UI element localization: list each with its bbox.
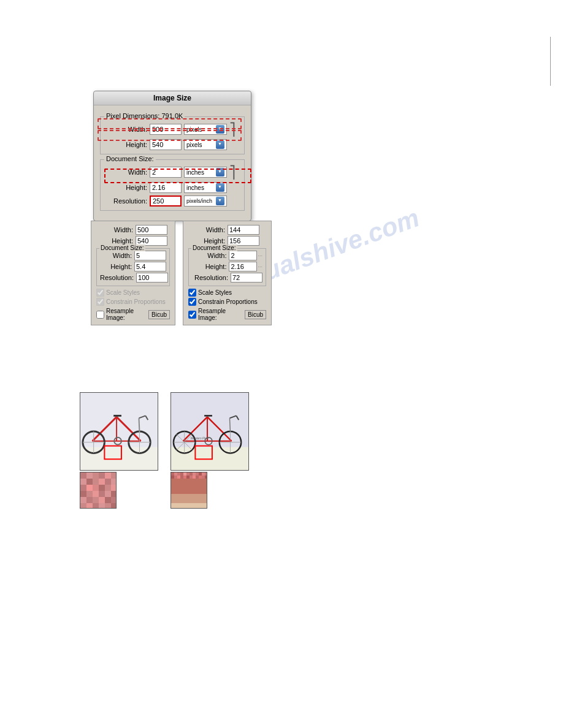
svg-rect-54 xyxy=(111,503,117,509)
resolution-unit-arrow xyxy=(216,197,224,205)
resolution-input[interactable] xyxy=(150,195,182,207)
svg-rect-77 xyxy=(171,472,174,476)
left-comparison-panel: Width: Height: Document Size: Width: Hei… xyxy=(91,221,175,325)
document-size-group: Document Size: Width: inches ⎤ Height: i… xyxy=(100,159,245,211)
svg-rect-19 xyxy=(80,472,86,479)
right-resolution-input[interactable] xyxy=(231,273,262,282)
left-resample-checkbox[interactable] xyxy=(96,311,104,319)
svg-rect-48 xyxy=(111,497,117,503)
right-resample-row: Resample Image: Bicub xyxy=(188,308,266,321)
doc-height-unit-select[interactable]: inches xyxy=(184,182,227,193)
svg-rect-102 xyxy=(171,503,207,509)
pixel-width-label: Width: xyxy=(104,126,147,133)
svg-rect-45 xyxy=(93,497,99,503)
svg-rect-28 xyxy=(99,479,105,485)
svg-rect-40 xyxy=(99,491,105,497)
left-doc-height-input[interactable] xyxy=(134,262,166,271)
pixel-width-unit-select[interactable]: pixels xyxy=(184,124,227,135)
svg-rect-42 xyxy=(111,491,117,497)
left-doc-width-input[interactable] xyxy=(134,251,166,260)
left-resolution-row: Resolution: xyxy=(100,273,166,282)
svg-rect-84 xyxy=(193,472,196,476)
left-doc-width-row: Width: xyxy=(100,251,166,260)
left-bicub-button[interactable]: Bicub xyxy=(148,310,170,319)
svg-rect-78 xyxy=(174,472,177,476)
svg-rect-50 xyxy=(86,503,93,509)
svg-rect-44 xyxy=(86,497,93,503)
svg-rect-51 xyxy=(93,503,99,509)
pixel-height-row: Height: pixels xyxy=(104,139,240,150)
right-doc-height-input[interactable] xyxy=(229,262,257,271)
left-resolution-input[interactable] xyxy=(136,273,168,282)
svg-rect-23 xyxy=(105,472,111,479)
right-doc-height-label: Height: xyxy=(192,263,226,270)
left-resolution-label: Resolution: xyxy=(100,274,134,281)
pixel-dimensions-group: Pixel Dimensions: 791.0K Width: pixels ⎤… xyxy=(100,116,245,154)
link-icon-doc: ⎤ xyxy=(229,165,236,180)
right-scale-styles-label: Scale Styles xyxy=(198,289,232,296)
svg-rect-93 xyxy=(183,476,186,479)
svg-rect-97 xyxy=(196,476,199,479)
doc-height-input[interactable] xyxy=(150,182,182,193)
svg-rect-82 xyxy=(186,472,190,476)
right-resample-checkbox[interactable] xyxy=(188,311,196,319)
image-size-dialog: Image Size Pixel Dimensions: 791.0K Widt… xyxy=(93,91,251,221)
svg-rect-38 xyxy=(86,491,93,497)
svg-rect-41 xyxy=(105,491,111,497)
doc-height-unit-label: inches xyxy=(186,184,204,191)
svg-rect-32 xyxy=(86,485,93,491)
right-doc-width-row: Width: ··· xyxy=(192,251,262,260)
pixel-width-unit-label: pixels xyxy=(186,126,202,133)
right-border-line xyxy=(550,37,551,86)
svg-rect-20 xyxy=(86,472,93,479)
right-pixel-width-input[interactable] xyxy=(228,225,259,235)
svg-rect-86 xyxy=(199,472,202,476)
link-icon-pixels: ⎤ xyxy=(229,122,236,137)
right-doc-width-input[interactable] xyxy=(229,251,257,260)
svg-rect-36 xyxy=(111,485,117,491)
left-scale-styles-label: Scale Styles xyxy=(106,289,140,296)
svg-rect-46 xyxy=(99,497,105,503)
doc-height-row: Height: inches xyxy=(104,182,240,193)
left-pixel-width-input[interactable] xyxy=(136,225,167,235)
pixel-height-unit-arrow xyxy=(216,140,224,149)
doc-width-input[interactable] xyxy=(150,167,182,178)
svg-rect-99 xyxy=(202,476,205,479)
svg-rect-22 xyxy=(99,472,105,479)
svg-rect-30 xyxy=(111,479,117,485)
pixel-width-unit-arrow xyxy=(216,125,224,134)
left-constrain-proportions-checkbox[interactable] xyxy=(96,298,104,306)
svg-rect-100 xyxy=(205,476,207,479)
doc-height-unit-arrow xyxy=(216,183,224,192)
svg-rect-91 xyxy=(177,476,180,479)
svg-rect-95 xyxy=(190,476,193,479)
resolution-unit-select[interactable]: pixels/inch xyxy=(184,195,227,207)
left-scale-styles-checkbox[interactable] xyxy=(96,289,104,297)
right-detail-svg xyxy=(171,472,207,509)
right-constrain-proportions-checkbox[interactable] xyxy=(188,298,196,306)
svg-line-66 xyxy=(229,418,230,432)
right-doc-height-row: Height: ··· xyxy=(192,262,262,271)
svg-rect-53 xyxy=(105,503,111,509)
svg-rect-81 xyxy=(183,472,186,476)
right-scale-styles-checkbox[interactable] xyxy=(188,289,196,297)
svg-rect-35 xyxy=(105,485,111,491)
left-pixel-width-label: Width: xyxy=(96,226,133,233)
svg-rect-85 xyxy=(196,472,199,476)
left-pixel-width-row: Width: xyxy=(96,225,170,235)
pixel-width-input[interactable] xyxy=(150,124,182,135)
left-doc-size-legend: Document Size: xyxy=(99,245,145,251)
dialog-body: Pixel Dimensions: 791.0K Width: pixels ⎤… xyxy=(94,105,251,221)
left-resample-row: Resample Image: Bicub xyxy=(96,308,170,321)
doc-height-label: Height: xyxy=(104,184,147,191)
bikes-area: Western Flyer xyxy=(80,392,249,509)
doc-width-unit-select[interactable]: inches xyxy=(184,167,227,178)
svg-rect-89 xyxy=(171,476,174,479)
svg-rect-37 xyxy=(80,491,86,497)
pixel-height-input[interactable] xyxy=(150,139,182,150)
bikes-row: Western Flyer xyxy=(80,392,249,509)
left-pixel-height-label: Height: xyxy=(96,237,133,245)
left-constrain-proportions-row: Constrain Proportions xyxy=(96,298,170,306)
pixel-height-unit-select[interactable]: pixels xyxy=(184,139,227,150)
right-bicub-button[interactable]: Bicub xyxy=(245,310,266,319)
